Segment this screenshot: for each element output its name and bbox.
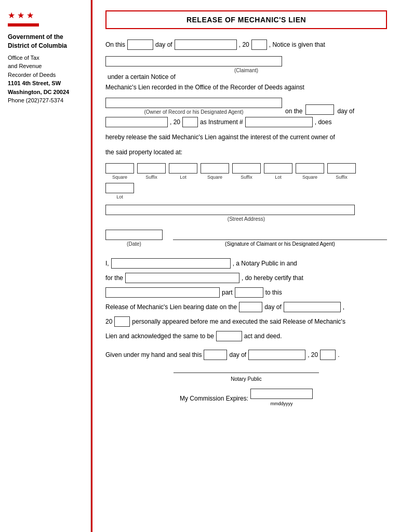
suffix-1-label: Suffix <box>145 175 157 180</box>
notary-pub-sig-line <box>174 371 319 373</box>
given-label: Given under my hand and seal this <box>105 349 202 361</box>
square-1-input[interactable] <box>105 163 134 174</box>
bearing-comma-label: , <box>343 301 344 313</box>
comma-20-3-label: , 20 <box>308 349 318 361</box>
flag-bar <box>8 23 39 26</box>
sig-line <box>173 230 387 240</box>
instrument-label: as Instrument # <box>200 118 243 126</box>
day-of4-label: day of <box>229 349 246 361</box>
main-content: RELEASE OF MECHANIC'S LIEN On this day o… <box>91 0 400 532</box>
bearing-day-input[interactable] <box>239 302 262 312</box>
party-input[interactable] <box>105 287 220 298</box>
notary-name-input[interactable] <box>111 258 231 269</box>
on-the-label: on the <box>285 108 302 115</box>
square-3-label: Square <box>302 175 317 180</box>
sidebar-info: Office of Tax and Revenue Recorder of De… <box>8 54 83 105</box>
lot-3-input[interactable] <box>105 183 134 193</box>
under-notice-label: under a certain Notice of <box>108 73 176 81</box>
notary-public-label: , a Notary Public in and <box>233 257 297 270</box>
notary-row-5: 20 personally appeared before me and exe… <box>105 315 387 328</box>
owner-input[interactable] <box>105 98 282 108</box>
notary-pub-label: Notary Public <box>105 374 387 384</box>
property-grid: Square Suffix Lot Square Suffix Lot <box>105 163 387 200</box>
month-field[interactable] <box>175 39 237 50</box>
stars-row: ★ ★ ★ <box>8 10 34 20</box>
personally-label: personally appeared before me and execut… <box>132 315 345 328</box>
day-of-label: day of <box>155 41 172 48</box>
suffix-2-label: Suffix <box>241 175 252 180</box>
on-the-day-input[interactable] <box>305 104 334 115</box>
lot-1-cell: Lot <box>169 163 197 180</box>
claimant-input[interactable] <box>105 56 282 66</box>
street-address-label: (Street Address) <box>105 216 387 222</box>
street-address-input[interactable] <box>105 205 355 215</box>
suffix-1-cell: Suffix <box>137 163 166 180</box>
notary-i-label: I, <box>105 257 109 270</box>
instrument-month-input[interactable] <box>105 117 168 127</box>
row-on-this: On this day of , 20 , Notice is given th… <box>105 39 387 50</box>
suffix-1-input[interactable] <box>137 163 166 174</box>
certify-label: , do hereby certify that <box>242 272 303 284</box>
instrument-row: , 20 as Instrument # , does <box>105 117 387 127</box>
instrument-number-input[interactable] <box>245 117 313 127</box>
owner-label: (Owner of Record or his Designated Agent… <box>105 109 282 115</box>
square-2-input[interactable] <box>201 163 229 174</box>
20-label: 20 <box>105 315 112 328</box>
square-2-cell: Square <box>201 163 229 180</box>
part-label: part <box>222 286 233 299</box>
notary-row-6: Lien and acknowledged the same to be act… <box>105 330 387 342</box>
commission-field-wrap: mmddyyyy <box>250 389 313 408</box>
square-3-input[interactable] <box>296 163 324 174</box>
property-text: the said property located at: <box>105 148 387 157</box>
does-label: , does <box>315 118 332 126</box>
date-label: (Date) <box>105 241 163 247</box>
day-field[interactable] <box>127 39 153 50</box>
part-input[interactable] <box>235 287 263 298</box>
signature-row: (Date) (Signature of Claimant or his Des… <box>105 230 387 247</box>
day-of3-label: day of <box>264 301 282 313</box>
given-month-input[interactable] <box>248 350 305 360</box>
act-input[interactable] <box>216 331 242 341</box>
claimant-label: (Claimant) <box>105 68 387 73</box>
commission-format-label: mmddyyyy <box>271 399 293 408</box>
mechanics-lien-text: Mechanic's Lien recorded in the Office o… <box>105 83 387 92</box>
given-year-input[interactable] <box>320 350 336 360</box>
for-the-input[interactable] <box>125 273 239 283</box>
day-of2-label: day of <box>337 108 354 115</box>
owner-section: (Owner of Record or his Designated Agent… <box>105 98 387 115</box>
instrument-year-input[interactable] <box>182 117 198 127</box>
square-3-cell: Square <box>296 163 324 180</box>
year-field[interactable] <box>251 39 267 50</box>
lot-2-input[interactable] <box>264 163 292 174</box>
lot-2-label: Lot <box>275 175 282 180</box>
commission-date-input[interactable] <box>250 389 313 399</box>
on-this-label: On this <box>105 41 125 48</box>
bearing-date-label: Release of Mechanic's Lien bearing date … <box>105 301 237 313</box>
for-the-label: for the <box>105 272 123 284</box>
sidebar: ★ ★ ★ Government of the District of Colu… <box>0 0 91 532</box>
date-block: (Date) <box>105 230 163 247</box>
date-input[interactable] <box>105 230 163 240</box>
suffix-3-cell: Suffix <box>327 163 356 180</box>
star-2: ★ <box>17 10 24 20</box>
act-deed-label: act and deed. <box>244 330 282 342</box>
notary-row-2: for the , do hereby certify that <box>105 272 387 284</box>
square-1-label: Square <box>112 175 127 180</box>
suffix-3-input[interactable] <box>327 163 356 174</box>
given-day-input[interactable] <box>204 350 227 360</box>
star-1: ★ <box>8 10 15 20</box>
owner-field-wrap: (Owner of Record or his Designated Agent… <box>105 98 282 115</box>
lot-1-input[interactable] <box>169 163 197 174</box>
owner-row: (Owner of Record or his Designated Agent… <box>105 98 387 115</box>
sig-label: (Signature of Claimant or his Designated… <box>173 241 387 247</box>
notary-row-4: Release of Mechanic's Lien bearing date … <box>105 301 387 313</box>
bearing-month-input[interactable] <box>284 302 341 312</box>
star-3: ★ <box>26 10 34 20</box>
suffix-2-input[interactable] <box>232 163 261 174</box>
dc-flag-logo: ★ ★ ★ <box>8 10 83 26</box>
lot-3-label: Lot <box>116 194 123 200</box>
period-label: . <box>338 349 339 361</box>
square-1-cell: Square <box>105 163 134 180</box>
lot-2-cell: Lot <box>264 163 292 180</box>
bearing-year-input[interactable] <box>114 316 130 327</box>
